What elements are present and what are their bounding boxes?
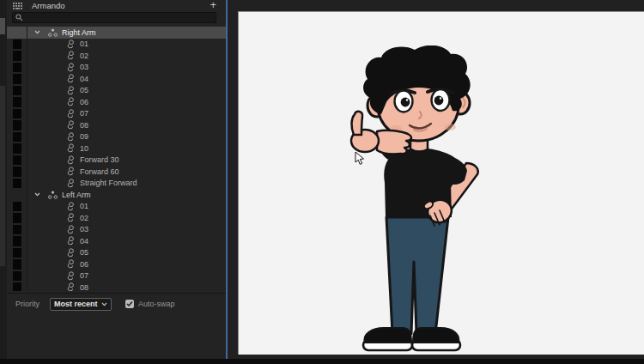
trigger-icon [67, 132, 76, 142]
trigger-label: 04 [80, 75, 88, 83]
sliver-track [0, 86, 5, 266]
trigger-swatch[interactable] [13, 167, 21, 177]
trigger-icon [67, 271, 76, 281]
swatch-column-cell [7, 119, 27, 131]
stage-canvas[interactable] [238, 11, 644, 355]
trigger-label: 08 [80, 283, 88, 291]
trigger-group-row[interactable]: Right Arm [7, 27, 226, 39]
trigger-swatch[interactable] [13, 74, 21, 84]
swatch-column-cell [7, 166, 27, 178]
trigger-swatch[interactable] [13, 155, 21, 166]
trigger-label: 02 [80, 214, 88, 222]
swatch-column-cell [7, 50, 27, 62]
trigger-swatch[interactable] [13, 248, 21, 258]
trigger-row[interactable]: 02 [7, 212, 226, 224]
trigger-swatch[interactable] [13, 271, 21, 282]
trigger-swatch[interactable] [13, 63, 21, 73]
trigger-label: 10 [80, 144, 88, 153]
trigger-row[interactable]: 06 [7, 258, 226, 270]
trigger-label: 03 [80, 63, 88, 71]
swatch-column-cell [7, 96, 27, 108]
search-icon [15, 14, 23, 21]
swatch-column-cell [7, 143, 27, 155]
trigger-row[interactable]: 05 [7, 85, 226, 97]
auto-swap-label: Auto-swap [138, 300, 175, 308]
trigger-swatch[interactable] [13, 143, 21, 154]
trigger-label: Forward 30 [80, 155, 119, 164]
swatch-column-cell [7, 85, 27, 97]
trigger-row[interactable]: Forward 60 [7, 166, 226, 178]
search-input[interactable] [23, 14, 216, 22]
trigger-group-row[interactable]: Left Arm [7, 189, 226, 201]
swatch-column-cell [7, 258, 27, 270]
trigger-swatch[interactable] [13, 179, 21, 189]
trigger-row[interactable]: 07 [7, 108, 226, 120]
trigger-swatch[interactable] [13, 39, 21, 50]
swatch-column-cell [7, 39, 27, 51]
trigger-swatch[interactable] [13, 132, 21, 143]
trigger-swatch[interactable] [13, 97, 21, 107]
trigger-group-icon [48, 28, 58, 37]
trigger-swatch[interactable] [13, 202, 21, 212]
swatch-column-cell [7, 212, 27, 224]
trigger-icon [67, 86, 76, 95]
trigger-row[interactable]: 03 [7, 224, 226, 236]
triggers-panel-icon [13, 3, 23, 9]
trigger-icon [67, 248, 76, 258]
trigger-swatch[interactable] [13, 213, 21, 223]
character-armando [339, 46, 494, 352]
swatch-column-cell [7, 189, 27, 201]
trigger-swatch[interactable] [13, 51, 21, 61]
trigger-swatch[interactable] [13, 282, 21, 291]
auto-swap-checkbox[interactable] [125, 300, 134, 308]
trigger-label: 07 [80, 271, 88, 280]
trigger-row[interactable]: 04 [7, 73, 226, 85]
triggers-panel: Armando + Right Arm [7, 0, 226, 359]
trigger-label: 06 [80, 260, 88, 269]
trigger-row[interactable]: 09 [7, 131, 226, 143]
trigger-row[interactable]: 08 [7, 119, 226, 131]
trigger-row[interactable]: 08 [7, 282, 226, 291]
trigger-row[interactable]: Straight Forward [7, 178, 226, 190]
trigger-icon [67, 74, 76, 83]
trigger-label: 05 [80, 248, 88, 257]
chevron-down-icon[interactable] [34, 192, 40, 197]
trigger-swatch[interactable] [13, 109, 21, 119]
chevron-down-icon[interactable] [34, 30, 40, 34]
trigger-icon [67, 51, 76, 60]
trigger-row[interactable]: Forward 30 [7, 155, 226, 167]
trigger-row[interactable]: 01 [7, 201, 226, 213]
trigger-swatch[interactable] [13, 120, 21, 130]
trigger-icon [67, 213, 76, 222]
swatch-column-cell [7, 73, 27, 85]
trigger-swatch[interactable] [13, 236, 21, 246]
trigger-label: 03 [80, 225, 88, 234]
trigger-list: Right Arm 01 02 [7, 27, 226, 291]
trigger-row[interactable]: 06 [7, 96, 226, 108]
priority-bar: Priority Most recent Auto-swap [7, 293, 226, 314]
trigger-row[interactable]: 01 [7, 39, 226, 51]
trigger-row[interactable]: 02 [7, 50, 226, 62]
add-trigger-button[interactable]: + [210, 0, 216, 11]
trigger-swatch[interactable] [13, 86, 21, 96]
trigger-icon [67, 120, 76, 130]
trigger-row[interactable]: 04 [7, 235, 226, 247]
trigger-row[interactable]: 10 [7, 143, 226, 155]
swatch-column-cell [7, 178, 27, 190]
trigger-row[interactable]: 07 [7, 270, 226, 282]
stage-area [228, 0, 644, 359]
swatch-column-cell [7, 247, 27, 259]
trigger-label: 01 [80, 39, 88, 48]
status-strip [0, 359, 644, 364]
swatch-column-cell [7, 62, 27, 74]
priority-dropdown[interactable]: Most recent [50, 298, 112, 311]
trigger-row[interactable]: 05 [7, 247, 226, 259]
trigger-row[interactable]: 03 [7, 62, 226, 74]
trigger-swatch[interactable] [13, 259, 21, 270]
trigger-swatch[interactable] [13, 225, 21, 235]
trigger-label: Straight Forward [80, 179, 137, 187]
swatch-column-cell [7, 155, 27, 167]
search-field[interactable] [12, 12, 216, 23]
triggers-panel-header: Armando + [7, 0, 226, 11]
chevron-down-icon [101, 302, 107, 306]
